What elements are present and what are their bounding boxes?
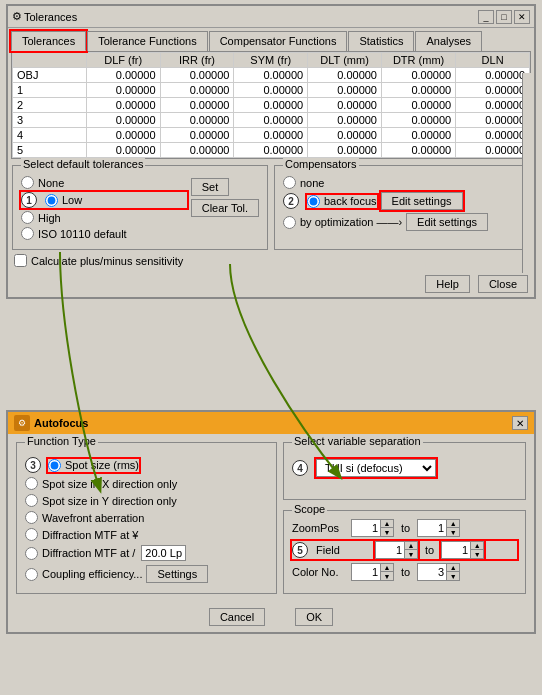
zoom-from-down-arrow[interactable]: ▼	[381, 528, 393, 536]
table-row[interactable]: OBJ 0.00000 0.00000 0.00000 0.00000 0.00…	[13, 68, 530, 83]
variable-sep-group: Select variable separation 4 THI si (def…	[283, 442, 526, 500]
row-label: 1	[13, 83, 87, 98]
table-row[interactable]: 1 0.00000 0.00000 0.00000 0.00000 0.0000…	[13, 83, 530, 98]
table-row[interactable]: 4 0.00000 0.00000 0.00000 0.00000 0.0000…	[13, 128, 530, 143]
radio-spot-y[interactable]	[25, 494, 38, 507]
radio-low[interactable]	[45, 194, 58, 207]
field-to-up-arrow[interactable]: ▲	[471, 542, 483, 550]
radio-spot-x-row: Spot size in X direction only	[25, 477, 268, 490]
zoom-from-up-arrow[interactable]: ▲	[381, 520, 393, 528]
zoom-pos-to-input[interactable]	[418, 520, 446, 536]
radio-wavefront-label: Wavefront aberration	[42, 512, 144, 524]
color-label: Color No.	[292, 566, 347, 578]
radio-mtf-inf[interactable]	[25, 528, 38, 541]
color-to-up-arrow[interactable]: ▲	[447, 564, 459, 572]
zoom-pos-from-spinner[interactable]: ▲ ▼	[351, 519, 394, 537]
settings-button[interactable]: Settings	[146, 565, 208, 583]
close-button[interactable]: ✕	[514, 10, 530, 24]
field-to-spinner[interactable]: ▲ ▼	[441, 541, 484, 559]
table-row[interactable]: 3 0.00000 0.00000 0.00000 0.00000 0.0000…	[13, 113, 530, 128]
compensators-group: Compensators none 2 back focus Edit sett…	[274, 165, 530, 250]
radio-comp-none[interactable]	[283, 176, 296, 189]
comp-backfocus-label: back focus	[324, 195, 377, 207]
select-defaults-title: Select default tolerances	[21, 158, 145, 170]
zoom-pos-from-input[interactable]	[352, 520, 380, 536]
field-from-up-arrow[interactable]: ▲	[405, 542, 417, 550]
field-from-down-arrow[interactable]: ▼	[405, 550, 417, 558]
tab-analyses[interactable]: Analyses	[415, 31, 482, 51]
tab-bar: Tolerances Tolerance Functions Compensat…	[8, 28, 534, 51]
help-button[interactable]: Help	[425, 275, 470, 293]
table-row[interactable]: 2 0.00000 0.00000 0.00000 0.00000 0.0000…	[13, 98, 530, 113]
radio-iso[interactable]	[21, 227, 34, 240]
set-button[interactable]: Set	[191, 178, 230, 196]
cell-dtr[interactable]: 0.00000	[381, 68, 455, 83]
radio-spot-rms[interactable]	[48, 459, 61, 472]
sensitivity-checkbox-row: Calculate plus/minus sensitivity	[14, 254, 528, 267]
tolerances-title-bar: ⚙ Tolerances _ □ ✕	[8, 6, 534, 28]
radio-iso-label: ISO 10110 default	[38, 228, 127, 240]
color-from-spinner[interactable]: ▲ ▼	[351, 563, 394, 581]
variable-sep-title: Select variable separation	[292, 435, 423, 447]
mtf-value-display[interactable]: 20.0 Lp	[141, 545, 186, 561]
edit-settings-button-2[interactable]: Edit settings	[406, 213, 488, 231]
autofocus-window: ⚙ Autofocus ✕ Function Type 3 Spot size …	[6, 410, 536, 634]
edit-settings-button-1[interactable]: Edit settings	[381, 192, 463, 210]
table-row[interactable]: 5 0.00000 0.00000 0.00000 0.00000 0.0000…	[13, 143, 530, 158]
comp-none-row: none	[283, 176, 521, 189]
field-to-down-arrow[interactable]: ▼	[471, 550, 483, 558]
zoom-pos-to-spinner[interactable]: ▲ ▼	[417, 519, 460, 537]
radio-spot-rms-row: Spot size (rms)	[48, 459, 139, 472]
minimize-button[interactable]: _	[478, 10, 494, 24]
color-to-input[interactable]	[418, 564, 446, 580]
radio-comp-backfocus[interactable]	[307, 195, 320, 208]
radio-mtf[interactable]	[25, 547, 38, 560]
cell-sym[interactable]: 0.00000	[234, 68, 308, 83]
radio-wavefront[interactable]	[25, 511, 38, 524]
ok-button[interactable]: OK	[295, 608, 333, 626]
field-row: 5 Field ▲ ▼ to	[292, 541, 517, 559]
color-row: Color No. ▲ ▼ to ▲	[292, 563, 517, 581]
annotation-circle-2: 2	[283, 193, 299, 209]
maximize-button[interactable]: □	[496, 10, 512, 24]
color-from-up-arrow[interactable]: ▲	[381, 564, 393, 572]
clear-tol-button[interactable]: Clear Tol.	[191, 199, 259, 217]
annotation-circle-3: 3	[25, 457, 41, 473]
cell-dlt[interactable]: 0.00000	[308, 68, 382, 83]
row-label: 2	[13, 98, 87, 113]
color-from-input[interactable]	[352, 564, 380, 580]
close-button[interactable]: Close	[478, 275, 528, 293]
radio-spot-x[interactable]	[25, 477, 38, 490]
radio-coupling-row: Coupling efficiency... Settings	[25, 565, 268, 583]
tab-tolerance-functions[interactable]: Tolerance Functions	[87, 31, 207, 51]
radio-wavefront-row: Wavefront aberration	[25, 511, 268, 524]
cell-dln[interactable]: 0.00000	[456, 68, 530, 83]
zoom-to-up-arrow[interactable]: ▲	[447, 520, 459, 528]
field-to-input[interactable]	[442, 542, 470, 558]
cell-dlf[interactable]: 0.00000	[86, 68, 160, 83]
cell-irr[interactable]: 0.00000	[160, 68, 234, 83]
sensitivity-checkbox[interactable]	[14, 254, 27, 267]
scope-title: Scope	[292, 503, 327, 515]
field-from-input[interactable]	[376, 542, 404, 558]
radio-spot-y-row: Spot size in Y direction only	[25, 494, 268, 507]
radio-high-row: High	[21, 211, 187, 224]
tab-compensator-functions[interactable]: Compensator Functions	[209, 31, 348, 51]
tab-tolerances[interactable]: Tolerances	[11, 31, 86, 51]
cancel-button[interactable]: Cancel	[209, 608, 265, 626]
variable-sep-select[interactable]: THI si (defocus)	[316, 459, 436, 477]
tab-statistics[interactable]: Statistics	[348, 31, 414, 51]
radio-coupling[interactable]	[25, 568, 38, 581]
field-from-spinner[interactable]: ▲ ▼	[375, 541, 418, 559]
radio-coupling-label: Coupling efficiency...	[42, 568, 142, 580]
tolerance-table: DLF (fr) IRR (fr) SYM (fr) DLT (mm) DTR …	[12, 52, 530, 158]
radio-comp-optim[interactable]	[283, 216, 296, 229]
color-to-spinner[interactable]: ▲ ▼	[417, 563, 460, 581]
autofocus-close-button[interactable]: ✕	[512, 416, 528, 430]
zoom-to-down-arrow[interactable]: ▼	[447, 528, 459, 536]
color-to-down-arrow[interactable]: ▼	[447, 572, 459, 580]
radio-high[interactable]	[21, 211, 34, 224]
scrollbar[interactable]	[522, 73, 534, 273]
radio-none[interactable]	[21, 176, 34, 189]
color-from-down-arrow[interactable]: ▼	[381, 572, 393, 580]
